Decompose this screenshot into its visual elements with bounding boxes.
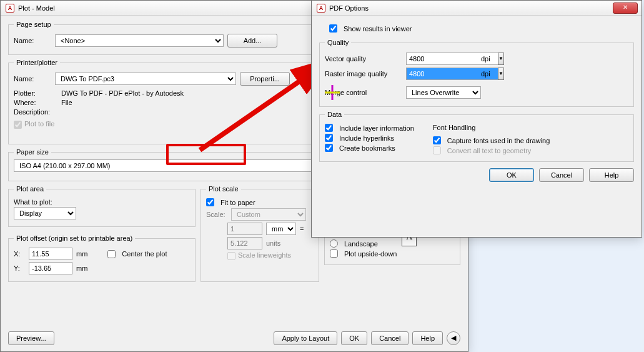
scale-numerator-input [227,223,262,235]
include-layer-label: Include layer information [339,124,414,132]
pdf-ok-button[interactable]: OK [489,168,534,182]
quality-group: Quality Vector quality ▼ dpi Raster imag… [319,39,634,107]
include-hyperlinks-checkbox[interactable] [325,134,333,142]
offset-y-label: Y: [14,264,25,272]
data-group: Data Include layer information Include h… [319,111,634,162]
wireframe-cursor-icon [325,85,340,100]
fit-to-paper-checkbox[interactable] [206,198,214,206]
create-bookmarks-label: Create bookmarks [339,144,395,152]
plot-title: Plot - Model [18,4,55,12]
offset-x-label: X: [14,250,25,258]
font-handling-heading: Font Handling [433,124,476,131]
scale-unit-select[interactable]: mm [266,223,296,235]
chevron-down-icon[interactable]: ▼ [498,53,504,65]
scale-units-label: units [266,239,280,247]
printer-name-select[interactable]: DWG To PDF.pc3 [55,73,236,85]
pdf-titlebar[interactable]: A PDF Options ✕ [312,1,642,16]
capture-fonts-checkbox[interactable] [433,136,441,144]
plot-to-file-checkbox: Plot to file [14,120,54,129]
raster-dpi-label: dpi [481,70,490,78]
show-results-label: Show results in viewer [344,25,412,33]
offset-x-unit: mm [76,250,87,258]
center-plot-checkbox[interactable] [107,250,116,258]
page-setup-name-label: Name: [14,37,51,44]
what-to-plot-select[interactable]: Display [14,207,76,219]
scale-select: Custom [231,208,306,221]
plot-scale-legend: Plot scale [206,185,241,193]
offset-y-unit: mm [76,264,87,272]
autocad-app-icon: A [317,4,325,13]
chevron-down-icon[interactable]: ▼ [498,68,504,80]
include-hyperlinks-label: Include hyperlinks [339,134,394,142]
autocad-app-icon: A [6,4,14,13]
fit-to-paper-label: Fit to paper [220,199,255,206]
plot-area-legend: Plot area [14,185,46,193]
plot-offset-group: Plot offset (origin set to printable are… [8,234,196,282]
where-label: Where: [14,99,57,106]
plot-area-group: Plot area What to plot: Display [8,185,196,227]
page-setup-legend: Page setup [14,21,54,28]
landscape-radio[interactable] [330,239,338,248]
pdf-title: PDF Options [329,4,369,12]
plotter-label: Plotter: [14,89,57,97]
expand-options-button[interactable]: ◀ [447,331,460,345]
pdf-cancel-button[interactable]: Cancel [539,168,584,182]
scale-lineweights-checkbox [227,252,235,260]
offset-x-input[interactable] [29,248,72,260]
page-setup-name-select[interactable]: <None> [55,34,224,47]
plot-cancel-button[interactable]: Cancel [371,331,409,345]
center-plot-label: Center the plot [122,250,167,258]
offset-y-input[interactable] [29,262,72,274]
printer-legend: Printer/plotter [14,59,60,66]
plot-footer: Preview... Apply to Layout OK Cancel Hel… [8,331,460,345]
show-results-checkbox[interactable] [329,24,337,33]
pdf-close-button[interactable]: ✕ [613,3,638,14]
raster-quality-combo[interactable]: ▼ [406,68,475,80]
plot-ok-button[interactable]: OK [341,331,367,345]
capture-fonts-label: Capture fonts used in the drawing [447,137,550,144]
plot-help-button[interactable]: Help [412,331,443,345]
create-bookmarks-checkbox[interactable] [325,144,333,152]
pdf-help-button[interactable]: Help [589,168,634,182]
paper-size-legend: Paper size [14,148,51,156]
data-legend: Data [325,111,344,118]
page-setup-add-button[interactable]: Add... [227,34,277,48]
scale-denominator-input [227,237,262,249]
merge-control-select[interactable]: Lines Overwrite [406,86,481,99]
scale-lineweights-label: Scale lineweights [238,251,291,259]
description-label: Description: [14,108,57,116]
apply-layout-button[interactable]: Apply to Layout [274,331,337,345]
pdf-options-window: A PDF Options ✕ Show results in viewer Q… [311,0,642,238]
landscape-label: Landscape [344,240,378,248]
what-to-plot-label: What to plot: [14,198,52,206]
vector-quality-label: Vector quality [325,55,400,63]
scale-equals: = [300,225,304,233]
plotter-value: DWG To PDF - PDF ePlot - by Autodesk [61,89,184,97]
preview-button[interactable]: Preview... [8,331,54,345]
quality-legend: Quality [325,39,351,46]
include-layer-checkbox[interactable] [325,124,333,132]
scale-label: Scale: [206,211,227,218]
convert-text-checkbox [433,146,441,154]
vector-quality-combo[interactable]: ▼ [406,53,475,65]
plot-offset-legend: Plot offset (origin set to printable are… [14,234,135,242]
raster-quality-label: Raster image quality [325,70,400,78]
where-value: File [61,99,72,106]
upside-down-checkbox[interactable] [330,249,338,258]
plot-scale-group: Plot scale Fit to paper Scale:Custom mm=… [201,185,319,282]
vector-dpi-label: dpi [481,55,490,63]
convert-text-label: Convert all text to geometry [447,147,532,154]
upside-down-label: Plot upside-down [344,250,397,258]
printer-properties-button[interactable]: Properti... [240,72,290,86]
printer-name-label: Name: [14,75,51,83]
